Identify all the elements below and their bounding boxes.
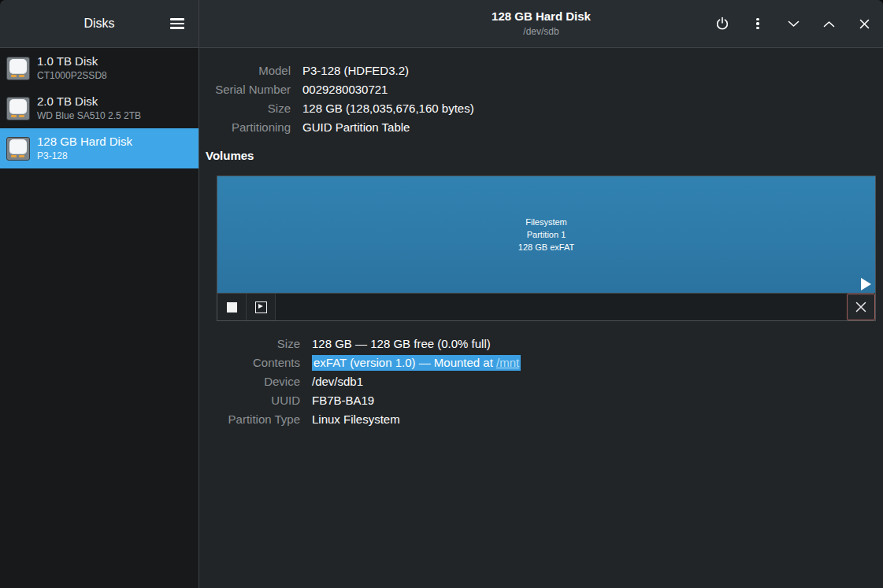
detail-value: GUID Partition Table — [302, 118, 410, 137]
disk-item-title: 128 GB Hard Disk — [37, 135, 132, 149]
drive-title: 128 GB Hard Disk — [492, 9, 591, 24]
drive-pane: Model P3-128 (HDFED3.2) Serial Number 00… — [199, 48, 883, 588]
detail-value: 128 GB (128,035,676,160 bytes) — [302, 99, 474, 118]
toolbar-spacer — [276, 294, 847, 320]
sidebar-item-disk-128gb[interactable]: 128 GB Hard Disk P3-128 — [0, 128, 198, 168]
disk-item-title: 2.0 TB Disk — [37, 94, 141, 109]
power-icon — [715, 17, 729, 31]
delete-partition-button[interactable] — [847, 294, 875, 320]
hamburger-icon — [170, 18, 184, 29]
maximize-button[interactable] — [816, 11, 841, 36]
detail-value: FB7B-BA19 — [312, 391, 374, 410]
disk-item-subtitle: P3-128 — [37, 150, 132, 161]
header-title-block: 128 GB Hard Disk /dev/sdb — [492, 9, 591, 38]
disk-item-text: 2.0 TB Disk WD Blue SA510 2.5 2TB — [37, 94, 141, 121]
detail-value: 0029280030721 — [302, 80, 388, 99]
app-menu-button[interactable] — [167, 13, 187, 34]
detail-label: Partitioning — [199, 118, 291, 137]
disk-item-text: 1.0 TB Disk CT1000P2SSD8 — [37, 54, 107, 81]
detail-row-volume-size: Size 128 GB — 128 GB free (0.0% full) — [199, 335, 883, 353]
sidebar-header: Disks — [0, 0, 199, 47]
volume-details: Size 128 GB — 128 GB free (0.0% full) Co… — [199, 335, 883, 429]
app-title: Disks — [83, 17, 114, 31]
harddisk-icon — [6, 97, 30, 120]
x-icon — [855, 301, 867, 313]
drive-subtitle: /dev/sdb — [492, 26, 591, 38]
close-window-button[interactable] — [851, 11, 877, 36]
partition-size-label: 128 GB exFAT — [518, 241, 574, 253]
disk-item-title: 1.0 TB Disk — [37, 54, 107, 68]
contents-selected-text: exFAT (version 1.0) — Mounted at — [312, 355, 496, 371]
detail-label: Contents — [199, 353, 300, 372]
disk-list-sidebar: 1.0 TB Disk CT1000P2SSD8 2.0 TB Disk WD … — [0, 48, 199, 588]
mount-point-link[interactable]: /mnt — [496, 355, 521, 371]
sidebar-item-disk-1tb[interactable]: 1.0 TB Disk CT1000P2SSD8 — [0, 48, 198, 88]
detail-row-size: Size 128 GB (128,035,676,160 bytes) — [199, 99, 883, 118]
volumes-frame: Filesystem Partition 1 128 GB exFAT — [217, 176, 876, 321]
detail-value: P3-128 (HDFED3.2) — [302, 61, 409, 80]
unmount-button[interactable] — [217, 294, 247, 320]
power-off-button[interactable] — [710, 11, 735, 36]
detail-row-serial: Serial Number 0029280030721 — [199, 80, 883, 99]
boxed-play-icon — [255, 301, 267, 313]
disk-item-text: 128 GB Hard Disk P3-128 — [37, 135, 132, 161]
partition-fs-label: Filesystem — [525, 216, 567, 228]
detail-row-partition-type: Partition Type Linux Filesystem — [199, 410, 883, 429]
window-body: 1.0 TB Disk CT1000P2SSD8 2.0 TB Disk WD … — [0, 48, 883, 588]
disk-item-subtitle: WD Blue SA510 2.5 2TB — [37, 110, 141, 121]
volumes-heading: Volumes — [206, 149, 883, 162]
close-icon — [859, 19, 870, 29]
sidebar-item-disk-2tb[interactable]: 2.0 TB Disk WD Blue SA510 2.5 2TB — [0, 88, 198, 128]
mounted-play-icon — [861, 278, 871, 290]
chevron-down-icon — [788, 20, 800, 28]
detail-label: Device — [199, 372, 300, 391]
disk-item-subtitle: CT1000P2SSD8 — [37, 70, 107, 81]
detail-value: Linux Filesystem — [312, 410, 400, 429]
harddisk-icon — [6, 137, 30, 161]
detail-label: UUID — [199, 391, 300, 410]
harddisk-icon — [6, 57, 30, 80]
mount-options-button[interactable] — [247, 294, 276, 320]
volume-toolbar — [217, 293, 875, 320]
detail-row-contents: Contents exFAT (version 1.0) — Mounted a… — [199, 353, 883, 372]
detail-value: 128 GB — 128 GB free (0.0% full) — [312, 335, 491, 353]
headerbar: 128 GB Hard Disk /dev/sdb — [199, 0, 883, 47]
partition-name-label: Partition 1 — [527, 228, 566, 241]
detail-value: /dev/sdb1 — [312, 372, 363, 391]
detail-value-contents: exFAT (version 1.0) — Mounted at /mnt — [312, 353, 521, 372]
drive-details: Model P3-128 (HDFED3.2) Serial Number 00… — [199, 61, 883, 137]
minimize-button[interactable] — [781, 11, 806, 36]
drive-menu-button[interactable] — [745, 11, 770, 36]
stop-icon — [227, 302, 237, 312]
detail-label: Model — [199, 61, 291, 80]
detail-row-model: Model P3-128 (HDFED3.2) — [199, 61, 883, 80]
chevron-up-icon — [823, 20, 835, 28]
detail-label: Partition Type — [199, 410, 300, 429]
titlebar: Disks 128 GB Hard Disk /dev/sdb — [0, 0, 883, 48]
disks-window: Disks 128 GB Hard Disk /dev/sdb — [0, 0, 883, 588]
kebab-icon — [756, 18, 759, 30]
detail-label: Serial Number — [199, 80, 291, 99]
detail-label: Size — [199, 99, 291, 118]
detail-label: Size — [199, 335, 300, 353]
detail-row-partitioning: Partitioning GUID Partition Table — [199, 118, 883, 137]
header-buttons — [699, 0, 877, 47]
partition-block[interactable]: Filesystem Partition 1 128 GB exFAT — [217, 176, 875, 293]
detail-row-device: Device /dev/sdb1 — [199, 372, 883, 391]
detail-row-uuid: UUID FB7B-BA19 — [199, 391, 883, 410]
